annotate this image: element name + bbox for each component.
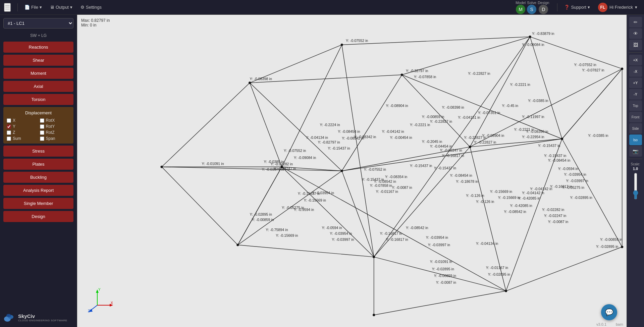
svg-text:Y: -0.08454 in: Y: -0.08454 in	[450, 173, 472, 177]
svg-text:Y: -0.04142 in: Y: -0.04142 in	[522, 191, 544, 195]
minus-y-btn[interactable]: -Y	[629, 89, 642, 100]
svg-text:Y: -0.15437 in: Y: -0.15437 in	[434, 166, 456, 170]
stress-btn[interactable]: Stress	[3, 146, 73, 157]
checkbox-roty[interactable]: RotY	[40, 124, 70, 129]
plates-btn[interactable]: Plates	[3, 159, 73, 170]
moment-btn[interactable]: Moment	[3, 68, 73, 79]
svg-text:Y: -0.15437 in: Y: -0.15437 in	[544, 154, 566, 158]
checkbox-sum[interactable]: Sum	[7, 136, 37, 141]
svg-point-47	[529, 36, 531, 38]
support-btn[interactable]: ❓ Support ▾	[561, 3, 593, 11]
svg-text:Z: Z	[88, 309, 90, 313]
checkbox-sum-input[interactable]	[7, 137, 11, 141]
plus-x-btn[interactable]: +X	[629, 55, 642, 65]
single-member-btn[interactable]: Single Member	[3, 198, 73, 209]
axis-indicator: Y X Z	[87, 287, 114, 314]
checkbox-rotz-input[interactable]	[40, 130, 44, 135]
front-btn[interactable]: Front	[629, 112, 642, 122]
checkbox-x[interactable]: X	[7, 118, 37, 123]
checkbox-span-input[interactable]	[40, 137, 44, 141]
analysis-report-btn[interactable]: Analysis Report	[3, 185, 73, 196]
svg-text:Y: -0.42085 in: Y: -0.42085 in	[510, 204, 532, 208]
load-case-dropdown[interactable]: #1 - LC1	[3, 18, 73, 29]
checkbox-z-input[interactable]	[7, 130, 11, 135]
svg-text:Y: -0.09084 in: Y: -0.09084 in	[294, 156, 316, 160]
load-case-select[interactable]: #1 - LC1	[3, 18, 73, 29]
minus-x-btn[interactable]: -X	[629, 66, 642, 77]
svg-point-50	[401, 73, 403, 76]
svg-text:Y: -0.15669 in: Y: -0.15669 in	[490, 189, 512, 194]
file-menu[interactable]: 📄 File ▾	[22, 3, 45, 11]
svg-text:Y: -0.07552 in: Y: -0.07552 in	[574, 63, 596, 67]
design-mode-btn[interactable]: D	[539, 5, 548, 14]
svg-point-55	[561, 138, 563, 140]
checkbox-z[interactable]: Z	[7, 130, 37, 135]
settings-icon: ⚙	[80, 5, 85, 10]
svg-text:Y: -0.16817 in: Y: -0.16817 in	[380, 231, 402, 235]
model-mode-btn[interactable]: M	[516, 5, 525, 14]
checkbox-y-input[interactable]	[7, 124, 11, 129]
svg-text:Y: -0.03997 in: Y: -0.03997 in	[566, 179, 588, 183]
svg-point-2	[6, 314, 11, 317]
right-toolbar: ✏ 👁 🖼 +X -X +Y -Y Top Front Side Iso 📷 S…	[627, 15, 644, 327]
svg-text:Y: -0.02247 in: Y: -0.02247 in	[440, 148, 462, 152]
svg-text:Y: -0.05275 in: Y: -0.05275 in	[282, 206, 304, 210]
viewport[interactable]: Max: 0.82797 in Min: 0 in	[77, 15, 627, 327]
min-value: Min: 0 in	[81, 23, 110, 28]
sidebar: #1 - LC1 SW + LG Reactions Shear Moment …	[0, 15, 77, 327]
skyciv-name: SkyCiv	[18, 313, 67, 319]
side-btn[interactable]: Side	[629, 123, 642, 134]
svg-text:Y: -0.2224 in: Y: -0.2224 in	[320, 123, 340, 127]
file-label: File	[31, 5, 38, 10]
scale-slider[interactable]	[632, 173, 639, 200]
output-menu[interactable]: 🖥 Output ▾	[47, 3, 75, 11]
image-btn[interactable]: 🖼	[629, 40, 642, 50]
user-menu[interactable]: FL Hi Frederick ▾	[595, 1, 640, 13]
iso-btn[interactable]: Iso	[629, 134, 642, 145]
svg-text:Y: -0.82797 in: Y: -0.82797 in	[318, 140, 340, 144]
axial-btn[interactable]: Axial	[3, 81, 73, 92]
checkbox-x-input[interactable]	[7, 118, 11, 123]
torsion-btn[interactable]: Torsion	[3, 94, 73, 105]
displacement-section: Displacement X RotX Y RotY	[3, 107, 73, 144]
buckling-btn[interactable]: Buckling	[3, 172, 73, 183]
svg-text:Y: -0.08542 in: Y: -0.08542 in	[406, 226, 428, 230]
svg-text:Y: -0.0594 in: Y: -0.0594 in	[322, 226, 342, 230]
checkbox-rotx[interactable]: RotX	[40, 118, 70, 123]
design-mode-label: Design	[538, 1, 549, 5]
hamburger-menu[interactable]: ☰	[4, 3, 11, 12]
checkbox-rotx-input[interactable]	[40, 118, 44, 123]
svg-text:Y: -0.16817 in: Y: -0.16817 in	[442, 154, 464, 158]
checkbox-roty-input[interactable]	[40, 124, 44, 129]
user-greeting: Hi Frederick	[609, 5, 633, 10]
svg-text:Y: -0.16817 in: Y: -0.16817 in	[386, 237, 408, 241]
settings-menu[interactable]: ⚙ Settings	[78, 3, 104, 11]
svg-point-59	[621, 246, 623, 248]
shear-btn[interactable]: Shear	[3, 55, 73, 66]
svg-text:Y: -0.07858 in: Y: -0.07858 in	[370, 183, 392, 187]
svg-text:Y: -0.04142 in: Y: -0.04142 in	[530, 187, 552, 191]
svg-text:Y: -0.15669 in: Y: -0.15669 in	[276, 233, 298, 237]
file-chevron: ▾	[40, 5, 42, 10]
edit-btn[interactable]: ✏	[629, 17, 642, 28]
chat-button[interactable]: 💬	[601, 304, 617, 320]
solve-mode-btn[interactable]: S	[527, 5, 536, 14]
svg-text:Y: -0.00859 in: Y: -0.00859 in	[600, 237, 622, 241]
svg-text:Y: -0.04454 in: Y: -0.04454 in	[430, 144, 452, 148]
version-text: v3.0.1	[596, 322, 606, 326]
svg-text:Y: -0.01167 in: Y: -0.01167 in	[376, 189, 398, 194]
checkbox-rotz[interactable]: RotZ	[40, 130, 70, 135]
nav-divider-1	[17, 3, 18, 11]
output-chevron: ▾	[70, 5, 72, 10]
reactions-btn[interactable]: Reactions	[3, 42, 73, 53]
checkbox-y[interactable]: Y	[7, 124, 37, 129]
view-btn[interactable]: 👁	[629, 28, 642, 39]
checkbox-span[interactable]: Span	[40, 136, 70, 141]
svg-text:Y: -0.08354 in: Y: -0.08354 in	[385, 175, 407, 179]
plus-y-btn[interactable]: +Y	[629, 77, 642, 88]
svg-text:Y: -0.00859 in: Y: -0.00859 in	[252, 218, 274, 222]
design-btn[interactable]: Design	[3, 211, 73, 222]
svg-text:Y: -0.09084 in: Y: -0.09084 in	[522, 43, 544, 47]
top-btn[interactable]: Top	[629, 100, 642, 111]
capture-btn[interactable]: 📷	[629, 146, 642, 157]
